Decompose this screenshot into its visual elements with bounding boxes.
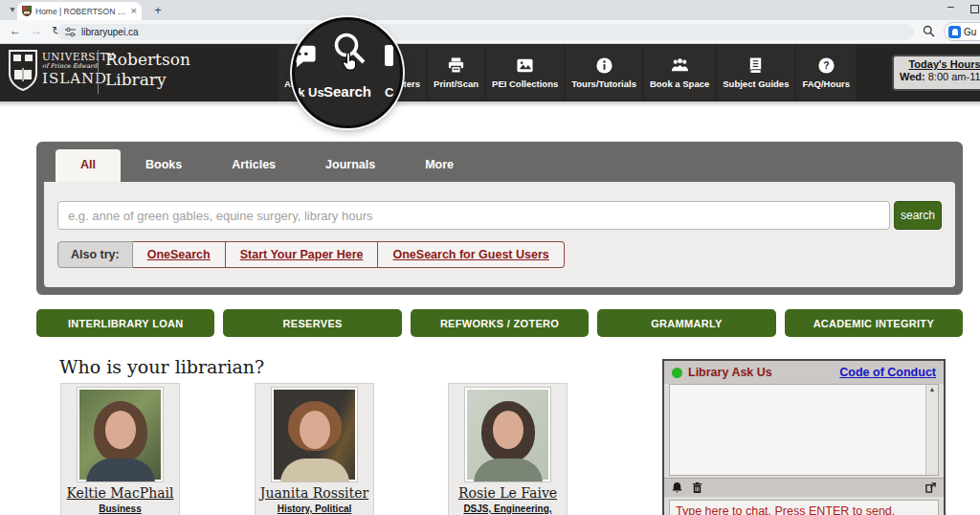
browser-tab[interactable]: Home | ROBERTSON LIBRARY × — [17, 2, 142, 20]
librarian-photo[interactable] — [271, 387, 358, 482]
site-info-icon[interactable] — [65, 27, 76, 37]
nav-label: Print/Scan — [434, 78, 479, 89]
search-tabs: All Books Articles Journals More — [56, 149, 479, 182]
chat-title: Library Ask Us — [688, 366, 772, 379]
favicon-icon — [22, 6, 32, 16]
book-icon — [746, 56, 765, 75]
site-title-line2: Library — [105, 70, 190, 90]
reserves-button[interactable]: RESERVES — [223, 309, 401, 337]
chat-message-area: ▲ — [669, 384, 939, 476]
profile-chip[interactable]: Gu — [944, 22, 980, 41]
site-title[interactable]: Robertson Library — [105, 50, 190, 91]
todays-hours-value: Wed: 8:00 am-11:00 — [900, 71, 980, 82]
code-of-conduct-link[interactable]: Code of Conduct — [839, 366, 936, 379]
grammarly-button[interactable]: GRAMMARLY — [597, 309, 775, 337]
start-your-paper-link[interactable]: Start Your Paper Here — [226, 241, 379, 268]
librarian-name-link[interactable]: Juanita Rossiter — [256, 485, 373, 501]
library-search-input[interactable] — [57, 201, 890, 230]
university-line3: ISLAND — [42, 70, 115, 87]
online-status-icon — [672, 368, 682, 378]
people-icon — [671, 56, 689, 75]
university-line1: UNIVERSITY — [42, 51, 115, 62]
librarian-card: Keltie MacPhail Business — [60, 383, 180, 515]
spotlight-loupe: sk Us Search C — [292, 17, 403, 128]
librarian-name-link[interactable]: Rosie Le Faive — [449, 485, 567, 501]
logo-divider — [98, 50, 99, 94]
onesearch-link[interactable]: OneSearch — [133, 241, 226, 268]
nav-item-faq-hours[interactable]: ? FAQ/Hours — [796, 45, 856, 101]
todays-hours-box: Today's Hours Wed: 8:00 am-11:00 — [892, 55, 980, 91]
tab-articles[interactable]: Articles — [207, 149, 301, 182]
interlibrary-loan-button[interactable]: INTERLIBRARY LOAN — [36, 309, 214, 337]
also-try-label: Also try: — [57, 241, 133, 268]
refworks-zotero-button[interactable]: REFWORKS / ZOTERO — [411, 309, 589, 337]
chat-toolbar — [664, 478, 944, 497]
loupe-computers-fragment: C — [385, 85, 393, 100]
tab-more[interactable]: More — [400, 149, 479, 182]
address-bar[interactable]: libraryupei.ca — [57, 24, 914, 40]
header-shadow — [0, 101, 980, 107]
librarian-subjects-link[interactable]: History, Political Science, Island Studi… — [256, 503, 373, 515]
todays-hours-link[interactable]: Today's Hours — [900, 58, 980, 70]
chat-scrollbar[interactable]: ▲ — [925, 385, 938, 475]
info-icon — [595, 56, 613, 75]
printer-icon — [447, 56, 465, 75]
tab-journals[interactable]: Journals — [301, 149, 400, 182]
back-icon[interactable]: ← — [10, 24, 21, 37]
search-inner-panel: search Also try: OneSearch Start Your Pa… — [44, 182, 955, 287]
nav-label: Book a Space — [650, 78, 709, 89]
librarian-name-link[interactable]: Keltie MacPhail — [61, 485, 179, 501]
nav-label: Tours/Tutorials — [571, 78, 636, 89]
university-line2: of Prince Edward — [42, 62, 115, 70]
librarian-card: Juanita Rossiter History, Political Scie… — [255, 383, 374, 515]
librarian-subjects-link[interactable]: DSJS, Engineering, Mathematics and more — [449, 503, 567, 515]
window-minimize-icon[interactable]: – — [947, 0, 954, 13]
librarian-card: Rosie Le Faive DSJS, Engineering, Mathem… — [448, 383, 568, 515]
nav-label: FAQ/Hours — [802, 78, 850, 89]
chat-input[interactable] — [670, 501, 938, 515]
browser-window: ▾ Home | ROBERTSON LIBRARY × + – ← → ↻ l… — [0, 0, 980, 515]
open-external-icon[interactable] — [924, 481, 937, 494]
url-text: libraryupei.ca — [81, 27, 138, 37]
bell-icon[interactable] — [671, 481, 683, 494]
upei-crest-icon[interactable] — [8, 49, 38, 93]
search-panel: All Books Articles Journals More search … — [36, 142, 963, 295]
nav-label: PEI Collections — [492, 78, 558, 89]
nav-item-book-a-space[interactable]: Book a Space — [644, 45, 715, 101]
question-icon: ? — [817, 56, 835, 75]
search-submit-button[interactable]: search — [894, 201, 942, 230]
academic-integrity-button[interactable]: ACADEMIC INTEGRITY — [785, 309, 963, 337]
chat-header: Library Ask Us Code of Conduct — [664, 361, 944, 384]
browser-tab-strip: ▾ Home | ROBERTSON LIBRARY × + – — [0, 0, 980, 20]
tab-books[interactable]: Books — [121, 149, 207, 182]
tab-close-icon[interactable]: × — [131, 6, 137, 16]
svg-text:?: ? — [823, 60, 829, 71]
hours-time: 8:00 am-11:00 — [928, 71, 980, 82]
site-title-line1: Robertson — [105, 50, 190, 70]
cursor-icon — [342, 52, 358, 71]
nav-item-subject-guides[interactable]: Subject Guides — [717, 45, 794, 101]
librarian-subjects-link[interactable]: Business — [61, 503, 179, 515]
librarian-section-heading: Who is your librarian? — [59, 356, 264, 377]
chat-input-wrap — [669, 500, 939, 515]
university-wordmark: UNIVERSITY of Prince Edward ISLAND — [42, 51, 115, 87]
profile-avatar — [948, 26, 961, 38]
trash-icon[interactable] — [691, 481, 703, 494]
new-tab-icon[interactable]: + — [151, 3, 165, 17]
nav-item-print-scan[interactable]: Print/Scan — [428, 45, 484, 101]
tab-all[interactable]: All — [56, 149, 121, 182]
nav-item-tours-tutorials[interactable]: Tours/Tutorials — [566, 45, 642, 101]
quick-links-row: INTERLIBRARY LOAN RESERVES REFWORKS / ZO… — [36, 309, 963, 337]
page-zoom-icon[interactable] — [923, 25, 935, 37]
browser-toolbar: ← → ↻ libraryupei.ca Gu — [0, 20, 980, 44]
window-maximize-icon[interactable] — [970, 5, 979, 13]
tab-title: Home | ROBERTSON LIBRARY — [35, 7, 127, 16]
site-header: UNIVERSITY of Prince Edward ISLAND Rober… — [0, 44, 980, 101]
onesearch-guest-link[interactable]: OneSearch for Guest Users — [378, 241, 564, 268]
librarian-photo[interactable] — [77, 387, 164, 482]
nav-item-pei-collections[interactable]: PEI Collections — [486, 45, 564, 101]
librarian-photo[interactable] — [464, 387, 551, 482]
image-icon — [516, 56, 534, 75]
forward-icon[interactable]: → — [31, 24, 42, 37]
scroll-up-icon[interactable]: ▲ — [926, 386, 938, 392]
